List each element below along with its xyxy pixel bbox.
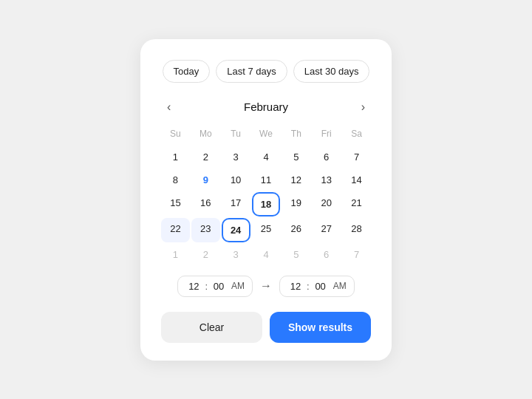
cal-day[interactable]: 1: [161, 146, 190, 168]
time-start-ampm: AM: [231, 281, 245, 291]
cal-day-in-range[interactable]: 22: [161, 218, 190, 242]
prev-month-button[interactable]: ‹: [161, 98, 177, 117]
time-start-hour: 12: [185, 281, 202, 292]
calendar-grid: Su Mo Tu We Th Fri Sa 1 2 3 4 5 6 7 8 9 …: [161, 126, 371, 265]
cal-day[interactable]: 5: [282, 146, 310, 168]
cal-day[interactable]: 4: [252, 146, 281, 168]
time-start[interactable]: 12 : 00 AM: [177, 276, 253, 297]
calendar-header: ‹ February ›: [161, 98, 371, 117]
cal-day[interactable]: 11: [252, 169, 281, 191]
dow-mo: Mo: [191, 126, 220, 145]
cal-day-selected-end[interactable]: 24: [222, 218, 250, 242]
cal-day[interactable]: 19: [282, 192, 310, 216]
cal-day[interactable]: 25: [252, 218, 281, 242]
cal-day-today[interactable]: 9: [191, 169, 220, 191]
filter-last7[interactable]: Last 7 days: [216, 60, 287, 83]
dow-sa: Sa: [342, 126, 371, 145]
cal-day-other[interactable]: 1: [161, 244, 190, 265]
dow-tu: Tu: [222, 126, 250, 145]
next-month-button[interactable]: ›: [355, 98, 371, 117]
dow-we: We: [252, 126, 281, 145]
cal-day[interactable]: 2: [191, 146, 220, 168]
cal-day-selected-start[interactable]: 18: [252, 192, 281, 216]
time-end-hour: 12: [287, 281, 304, 292]
cal-day-other[interactable]: 4: [252, 244, 281, 265]
cal-day-in-range[interactable]: 23: [191, 218, 220, 242]
cal-day[interactable]: 12: [282, 169, 310, 191]
cal-day[interactable]: 20: [312, 192, 341, 216]
date-picker-card: Today Last 7 days Last 30 days ‹ Februar…: [140, 39, 392, 361]
cal-day[interactable]: 27: [312, 218, 341, 242]
cal-day[interactable]: 13: [312, 169, 341, 191]
time-end-ampm: AM: [333, 281, 347, 291]
cal-day[interactable]: 7: [342, 146, 371, 168]
cal-day[interactable]: 14: [342, 169, 371, 191]
cal-day-other[interactable]: 3: [222, 244, 250, 265]
quick-filters: Today Last 7 days Last 30 days: [161, 60, 371, 83]
cal-day[interactable]: 21: [342, 192, 371, 216]
cal-day-other[interactable]: 5: [282, 244, 310, 265]
time-end-min: 00: [313, 281, 329, 292]
time-arrow-icon: →: [260, 279, 272, 293]
action-row: Clear Show results: [161, 312, 371, 343]
cal-day[interactable]: 26: [282, 218, 310, 242]
time-range: 12 : 00 AM → 12 : 00 AM: [161, 276, 371, 297]
cal-day[interactable]: 8: [161, 169, 190, 191]
cal-day[interactable]: 28: [342, 218, 371, 242]
dow-th: Th: [282, 126, 310, 145]
calendar-month: February: [244, 100, 288, 113]
dow-fri: Fri: [312, 126, 341, 145]
time-end[interactable]: 12 : 00 AM: [279, 276, 355, 297]
filter-last30[interactable]: Last 30 days: [293, 60, 370, 83]
cal-day-other[interactable]: 2: [191, 244, 220, 265]
filter-today[interactable]: Today: [163, 60, 211, 83]
cal-day-other[interactable]: 7: [342, 244, 371, 265]
cal-day-other[interactable]: 6: [312, 244, 341, 265]
cal-day[interactable]: 3: [222, 146, 250, 168]
time-start-min: 00: [211, 281, 227, 292]
dow-su: Su: [161, 126, 190, 145]
cal-day[interactable]: 17: [222, 192, 250, 216]
clear-button[interactable]: Clear: [161, 312, 262, 343]
cal-day[interactable]: 10: [222, 169, 250, 191]
cal-day[interactable]: 16: [191, 192, 220, 216]
show-results-button[interactable]: Show results: [270, 312, 371, 343]
cal-day[interactable]: 15: [161, 192, 190, 216]
cal-day[interactable]: 6: [312, 146, 341, 168]
